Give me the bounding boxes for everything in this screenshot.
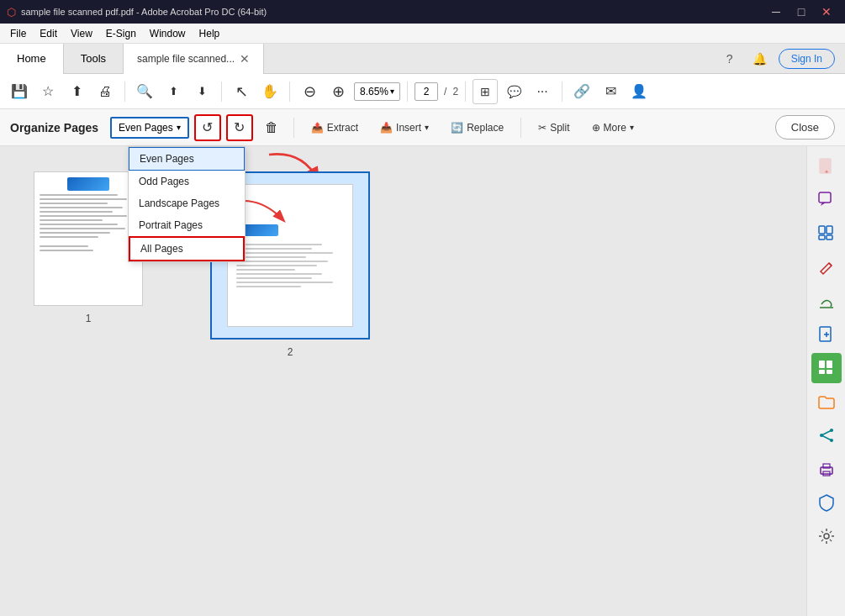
comment-tool[interactable]: 💬 (501, 79, 526, 104)
organize-title: Organize Pages (10, 121, 98, 134)
toolbar-sep-3 (289, 82, 290, 102)
sidebar-active-tool[interactable] (811, 353, 842, 383)
filter-landscape-pages[interactable]: Landscape Pages (129, 192, 245, 214)
svg-line-8 (829, 263, 832, 266)
toolbar-sep-1 (124, 82, 125, 102)
page-thumbnail-1[interactable] (34, 171, 143, 306)
organize-bar: Organize Pages Even Pages ▾ ↺ ↻ 🗑 📤 Extr… (0, 109, 845, 146)
sidebar-edit[interactable] (811, 252, 842, 282)
dropdown-label: Even Pages (119, 122, 173, 134)
replace-button[interactable]: 🔄 Replace (442, 118, 512, 138)
page1-lines (40, 194, 137, 251)
menu-window[interactable]: Window (143, 26, 193, 41)
hand-tool[interactable]: ✋ (257, 79, 283, 104)
svg-rect-4 (819, 226, 825, 234)
help-icon[interactable]: ? (718, 47, 742, 71)
sidebar-fill-sign[interactable] (811, 286, 842, 316)
organize-sep-1 (293, 118, 294, 138)
zoom-dropdown[interactable]: 8.65% ▾ (354, 82, 400, 101)
menu-help[interactable]: Help (193, 26, 227, 41)
toolbar-more[interactable]: ··· (530, 79, 555, 104)
zoom-search-button[interactable]: 🔍 (132, 79, 157, 104)
split-button[interactable]: ✂ Split (530, 118, 578, 138)
page1-logo (67, 177, 109, 191)
svg-text:+: + (824, 169, 827, 175)
filter-portrait-pages[interactable]: Portrait Pages (129, 214, 245, 236)
toolbar-sep-2 (221, 82, 222, 102)
zoom-out-button[interactable]: ⊖ (297, 79, 322, 104)
total-pages: 2 (452, 86, 458, 97)
extract-icon: 📤 (311, 122, 324, 134)
toolbar-sep-6 (562, 82, 562, 102)
sidebar-protect[interactable] (811, 487, 842, 518)
minimize-button[interactable]: ─ (764, 0, 788, 24)
insert-icon: 📥 (380, 122, 393, 134)
page-num-1: 1 (86, 313, 92, 324)
tab-bar: Home Tools sample file scanned... ✕ ? 🔔 … (0, 44, 845, 74)
svg-rect-16 (827, 370, 832, 374)
page-filter-menu: Even Pages Odd Pages Landscape Pages Por… (128, 146, 246, 262)
zoom-in-button[interactable]: ⊕ (325, 79, 351, 104)
right-sidebar: + (806, 146, 845, 616)
menu-edit[interactable]: Edit (33, 26, 64, 41)
title-bar-text: sample file scanned pdf.pdf - Adobe Acro… (21, 7, 267, 17)
email-tool[interactable]: ✉ (598, 79, 623, 104)
sidebar-share[interactable] (811, 420, 842, 450)
page-item-1: 1 (34, 171, 143, 324)
insert-button[interactable]: 📥 Insert ▾ (372, 118, 437, 138)
menu-esign[interactable]: E-Sign (99, 26, 143, 41)
rotate-left-button[interactable]: ↺ (194, 114, 221, 141)
close-window-button[interactable]: ✕ (815, 0, 838, 24)
page-num-2: 2 (288, 346, 293, 358)
tab-close-button[interactable]: ✕ (240, 52, 250, 66)
tab-tools[interactable]: Tools (64, 44, 124, 74)
page1-content (34, 172, 142, 305)
sidebar-organize[interactable] (811, 218, 842, 249)
sign-in-button[interactable]: Sign In (779, 49, 835, 69)
toolbar-sep-5 (465, 82, 466, 102)
more-icon: ⊕ (592, 122, 600, 134)
organize-sep-2 (520, 118, 521, 138)
sidebar-comment[interactable] (811, 185, 842, 215)
sidebar-export-pdf[interactable]: + (811, 151, 842, 182)
tab-home[interactable]: Home (0, 44, 64, 74)
print-button[interactable]: 🖨 (92, 79, 118, 104)
save-button[interactable]: 💾 (7, 79, 32, 104)
cursor-tool[interactable]: ↖ (229, 79, 254, 104)
page-separator: / (444, 86, 446, 97)
filter-even-pages[interactable]: Even Pages (129, 147, 245, 171)
sidebar-folder[interactable] (811, 387, 842, 417)
pages-area: 1 (0, 146, 806, 616)
restore-button[interactable]: □ (790, 0, 813, 24)
rotate-right-button[interactable]: ↻ (226, 114, 253, 141)
download-button[interactable]: ⬇ (189, 79, 214, 104)
notifications-icon[interactable]: 🔔 (748, 47, 772, 71)
upload-button[interactable]: ⬆ (64, 79, 89, 104)
filter-odd-pages[interactable]: Odd Pages (129, 171, 245, 192)
close-organize-button[interactable]: Close (775, 115, 835, 140)
delete-pages-button[interactable]: 🗑 (258, 114, 285, 141)
sidebar-tools[interactable] (811, 521, 842, 551)
split-icon: ✂ (538, 122, 547, 134)
profile-tool[interactable]: 👤 (626, 79, 652, 104)
sidebar-add-file[interactable] (811, 319, 842, 350)
filter-all-pages[interactable]: All Pages (129, 236, 245, 261)
page-filter-dropdown[interactable]: Even Pages ▾ (110, 117, 189, 139)
svg-rect-6 (819, 235, 825, 240)
select-tool[interactable]: ⊞ (473, 79, 498, 104)
bookmark-button[interactable]: ☆ (35, 79, 61, 104)
svg-rect-13 (819, 361, 825, 368)
menu-file[interactable]: File (3, 26, 33, 41)
menu-view[interactable]: View (64, 26, 99, 41)
upload-alt-button[interactable]: ⬆ (161, 79, 186, 104)
link-tool[interactable]: 🔗 (569, 79, 594, 104)
window-controls: ─ □ ✕ (764, 0, 838, 24)
sidebar-print[interactable] (811, 454, 842, 484)
more-button[interactable]: ⊕ More ▾ (584, 118, 642, 138)
title-bar: ⬡ sample file scanned pdf.pdf - Adobe Ac… (0, 0, 845, 24)
tab-file[interactable]: sample file scanned... ✕ (124, 44, 264, 74)
extract-button[interactable]: 📤 Extract (303, 118, 367, 138)
svg-rect-14 (827, 361, 832, 368)
current-page-input[interactable] (415, 82, 438, 101)
arrow-inside-page2 (240, 197, 290, 234)
